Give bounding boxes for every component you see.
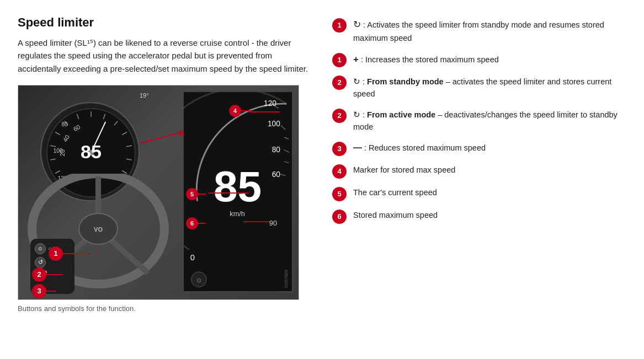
- callout-2: 2: [32, 267, 63, 282]
- text-2b: ↻ : From active mode – deactivates/chang…: [353, 108, 626, 133]
- digital-display: 120 100 80 60 85 km/h 90 0: [183, 91, 293, 292]
- text-4: Marker for stored max speed: [353, 164, 455, 176]
- badge-2b: 2: [332, 109, 347, 123]
- description-text: A speed limiter (SL¹⁵) can be likened to…: [18, 36, 310, 75]
- arrow-svg: [137, 124, 192, 157]
- digital-line-5: [198, 194, 206, 195]
- svg-text:100: 100: [268, 120, 280, 128]
- text-5: The car's current speed: [353, 186, 437, 199]
- list-item-1b: 1 + : Increases the stored maximum speed: [332, 52, 626, 67]
- list-item-6: 6 Stored maximum speed: [332, 209, 626, 224]
- svg-text:80: 80: [272, 146, 281, 154]
- svg-text:0: 0: [190, 253, 195, 262]
- text-1b: + : Increases the stored maximum speed: [353, 52, 499, 67]
- callout-line-2: [46, 274, 63, 275]
- text-1a: ↻ : Activates the speed limiter from sta…: [353, 18, 626, 45]
- svg-text:80: 80: [61, 121, 68, 127]
- badge-6: 6: [332, 210, 347, 224]
- svg-text:100: 100: [54, 148, 63, 154]
- callout-badge-2: 2: [32, 267, 46, 282]
- digital-line-4: [241, 110, 251, 111]
- list-item-3: 3 — : Reduces stored maximum speed: [332, 141, 626, 156]
- text-3: — : Reduces stored maximum speed: [353, 141, 486, 155]
- left-column: Speed limiter A speed limiter (SL¹⁵) can…: [18, 15, 310, 313]
- digital-line-6: [198, 223, 206, 224]
- svg-text:120: 120: [264, 99, 276, 108]
- svg-text:90: 90: [269, 219, 277, 227]
- svg-text:VO: VO: [94, 226, 103, 233]
- callout-line-1: [63, 253, 91, 254]
- svg-text:km/h: km/h: [230, 210, 245, 218]
- svg-marker-50: [178, 128, 185, 136]
- callout-3: 3: [32, 284, 56, 298]
- badge-5: 5: [332, 187, 347, 201]
- btn-2-icon: ↺: [35, 257, 46, 268]
- svg-text:⊙: ⊙: [196, 276, 201, 283]
- digital-badge-5: 5: [186, 188, 198, 200]
- list-item-2b: 2 ↻ : From active mode – deactivates/cha…: [332, 108, 626, 133]
- image-caption: Buttons and symbols for the function.: [18, 304, 310, 313]
- image-code: G057829: [284, 270, 289, 288]
- badge-4: 4: [332, 164, 347, 179]
- digital-callout-4: 4: [229, 105, 251, 117]
- svg-text:85: 85: [214, 162, 262, 210]
- badge-3: 3: [332, 142, 347, 156]
- right-column: 1 ↻ : Activates the speed limiter from s…: [332, 15, 626, 224]
- btn-1-icon: ⊙: [35, 243, 46, 254]
- page-layout: Speed limiter A speed limiter (SL¹⁵) can…: [18, 15, 626, 313]
- digital-callout-6: 6: [186, 217, 206, 229]
- list-item-4: 4 Marker for stored max speed: [332, 164, 626, 179]
- list-item-5: 5 The car's current speed: [332, 186, 626, 201]
- badge-2a: 2: [332, 76, 347, 90]
- callout-badge-3: 3: [32, 284, 46, 298]
- digital-badge-4: 4: [229, 105, 241, 117]
- callout-badge-1: 1: [49, 247, 63, 261]
- list-item-1a: 1 ↻ : Activates the speed limiter from s…: [332, 18, 626, 45]
- feature-list: 1 ↻ : Activates the speed limiter from s…: [332, 18, 626, 224]
- temp-display: 19°: [140, 92, 149, 99]
- callout-line-3: [46, 291, 56, 292]
- badge-1a: 1: [332, 18, 347, 33]
- page-title: Speed limiter: [18, 15, 310, 30]
- text-2a: ↻ : From standby mode – activates the sp…: [353, 75, 626, 100]
- svg-text:85: 85: [81, 141, 102, 162]
- digital-badge-6: 6: [186, 217, 198, 229]
- illustration-image: 20 40 60 80 100 120 85 19°: [18, 85, 299, 300]
- text-6: Stored maximum speed: [353, 209, 438, 221]
- badge-1b: 1: [332, 53, 347, 67]
- callout-1: 1: [49, 247, 91, 261]
- svg-text:60: 60: [272, 170, 281, 178]
- list-item-2a: 2 ↻ : From standby mode – activates the …: [332, 75, 626, 100]
- svg-line-49: [140, 132, 181, 143]
- btn-row-2: ↺: [35, 257, 46, 268]
- digital-callout-5: 5: [186, 188, 206, 200]
